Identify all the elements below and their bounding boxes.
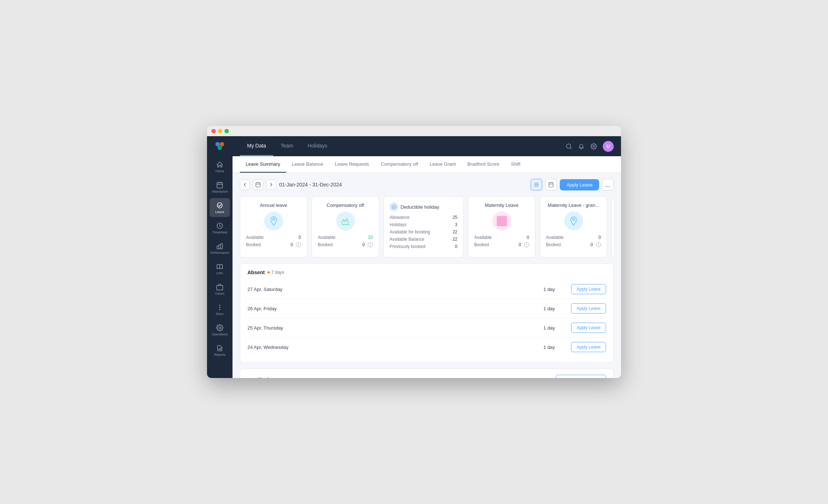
deductible-prev-booked: 0	[455, 244, 457, 249]
subnav-tab-leave-balance[interactable]: Leave Balance	[286, 156, 329, 173]
leave-card-restricted: Restricted leave type Available 2 Booked	[612, 196, 614, 257]
svg-point-14	[273, 218, 275, 220]
deductible-avail-booking: 22	[453, 229, 457, 235]
annual-leave-title: Annual leave	[246, 202, 301, 208]
maternity-gran-booked-info[interactable]: i	[596, 242, 601, 247]
bradford-section: Bradford Score 30-Apr-2023 - 29-Apr-2024…	[240, 369, 614, 378]
topnav-tab-my-data[interactable]: My Data	[240, 136, 273, 156]
calendar-icon[interactable]	[253, 180, 263, 190]
sidebar-item-timesheet[interactable]: Timesheet	[210, 218, 230, 237]
maternity-gran-icon	[564, 212, 583, 231]
svg-point-8	[219, 309, 220, 310]
maternity-icon	[492, 212, 511, 231]
sidebar-item-leave[interactable]: Leave	[210, 198, 230, 217]
absent-row-3: 24 Apr, Wednesday 1 day Apply Leave	[247, 338, 606, 357]
absent-badge: 7 days	[267, 270, 284, 275]
absent-date-1: 26 Apr, Friday	[247, 306, 527, 311]
sidebar-item-reports[interactable]: Reports	[210, 341, 230, 360]
sidebar-item-performance[interactable]: Performance	[210, 239, 230, 258]
svg-rect-12	[256, 183, 260, 187]
subnav-tab-leave-grant[interactable]: Leave Grant	[424, 156, 462, 173]
bradford-date-range: 30-Apr-2023 - 29-Apr-2024	[288, 377, 344, 378]
sidebar-label-more: More	[216, 312, 224, 316]
close-btn[interactable]	[211, 129, 216, 133]
sidebar-item-more[interactable]: More	[210, 300, 230, 319]
minimize-btn[interactable]	[218, 129, 222, 133]
settings-icon[interactable]	[590, 143, 597, 150]
leave-card-annual: Annual leave Available 0 Booked	[240, 196, 307, 257]
svg-rect-13	[549, 183, 553, 187]
compensatory-booked: 0	[362, 242, 365, 247]
leave-card-maternity-gran: Maternity Leave - gran... Available 0 Bo…	[540, 196, 607, 257]
more-options-btn[interactable]: ...	[602, 179, 614, 190]
main-content: 01-Jan-2024 - 31-Dec-2024 Apply Leave ..…	[233, 173, 621, 378]
absent-row-2: 25 Apr, Thursday 1 day Apply Leave	[247, 318, 606, 338]
svg-point-11	[593, 145, 595, 147]
apply-leave-row-2[interactable]: Apply Leave	[571, 323, 606, 333]
sidebar-item-cases[interactable]: Cases	[210, 280, 230, 299]
annual-booked-info[interactable]: i	[296, 242, 301, 247]
sidebar-item-operations[interactable]: Operations	[210, 320, 230, 339]
maternity-gran-available: 0	[598, 235, 601, 240]
list-view-btn[interactable]	[531, 179, 542, 190]
grid-view-btn[interactable]	[545, 179, 557, 190]
maximize-btn[interactable]	[224, 129, 229, 133]
compensatory-icon	[336, 212, 355, 231]
deductible-allowance: 25	[453, 215, 457, 220]
view-detailed-score-btn[interactable]: View Detailed Score	[556, 375, 606, 378]
bell-icon[interactable]	[578, 143, 585, 150]
topnav-tab-team[interactable]: Team	[273, 136, 300, 156]
apply-leave-header-button[interactable]: Apply Leave	[560, 179, 599, 190]
sidebar-item-attendance[interactable]: Attendance	[210, 178, 230, 197]
svg-point-15	[392, 205, 396, 209]
deductible-avail-balance: 22	[453, 237, 457, 242]
absent-date-3: 24 Apr, Wednesday	[247, 344, 527, 350]
sidebar-item-home[interactable]: Home	[210, 157, 230, 176]
compensatory-booked-info[interactable]: i	[368, 242, 373, 247]
sidebar-label-leave: Leave	[215, 210, 224, 214]
annual-available: 0	[298, 235, 301, 240]
sub-navigation: Leave Summary Leave Balance Leave Reques…	[233, 156, 621, 173]
subnav-tab-bradford-score[interactable]: Bradford Score	[462, 156, 505, 173]
apply-leave-row-1[interactable]: Apply Leave	[571, 303, 606, 314]
bradford-title: Bradford Score	[247, 377, 285, 378]
date-prev-btn[interactable]	[240, 180, 250, 190]
date-range-text: 01-Jan-2024 - 31-Dec-2024	[279, 182, 342, 188]
maternity-available: 0	[527, 235, 529, 240]
subnav-tab-shift[interactable]: Shift	[505, 156, 526, 173]
annual-booked: 0	[290, 242, 293, 247]
absent-date-0: 27 Apr, Saturday	[247, 287, 527, 292]
compensatory-available: 10	[368, 235, 373, 240]
leave-card-deductible: Deductible holiday Allowance 25 Holidays…	[383, 196, 464, 257]
compensatory-title: Compensatory off	[318, 202, 373, 208]
subnav-tab-leave-requests[interactable]: Leave Requests	[329, 156, 375, 173]
maternity-title: Maternity Leave	[474, 202, 529, 208]
sidebar-item-lms[interactable]: LMS	[210, 259, 230, 278]
date-next-btn[interactable]	[266, 180, 276, 190]
apply-leave-row-0[interactable]: Apply Leave	[571, 284, 606, 294]
titlebar	[207, 126, 621, 136]
absent-dot	[267, 271, 270, 273]
sidebar-label-lms: LMS	[216, 271, 223, 275]
absent-row-0: 27 Apr, Saturday 1 day Apply Leave	[247, 280, 606, 299]
subnav-tab-compensatory-off[interactable]: Compensatory off	[375, 156, 424, 173]
apply-leave-row-3[interactable]: Apply Leave	[571, 342, 606, 352]
sidebar: Home Attendance Leave Timesheet Performa…	[207, 136, 233, 378]
svg-rect-5	[217, 285, 223, 290]
absent-title: Absent	[247, 269, 265, 275]
sidebar-label-operations: Operations	[212, 332, 228, 336]
maternity-booked-info[interactable]: i	[524, 242, 529, 247]
svg-point-7	[219, 307, 220, 308]
svg-point-9	[219, 327, 221, 328]
svg-point-6	[219, 304, 220, 306]
deductible-holidays: 3	[455, 222, 457, 227]
maternity-gran-booked: 0	[590, 242, 593, 247]
absent-days-1: 1 day	[527, 306, 571, 311]
absent-section: Absent 7 days 27 Apr, Saturday 1 day App…	[240, 263, 614, 363]
topnav-tab-holidays[interactable]: Holidays	[300, 136, 335, 156]
svg-point-16	[573, 218, 575, 220]
subnav-tab-leave-summary[interactable]: Leave Summary	[240, 156, 286, 173]
user-avatar[interactable]: U	[603, 141, 614, 152]
search-icon[interactable]	[566, 143, 572, 150]
sidebar-label-home: Home	[215, 169, 224, 173]
